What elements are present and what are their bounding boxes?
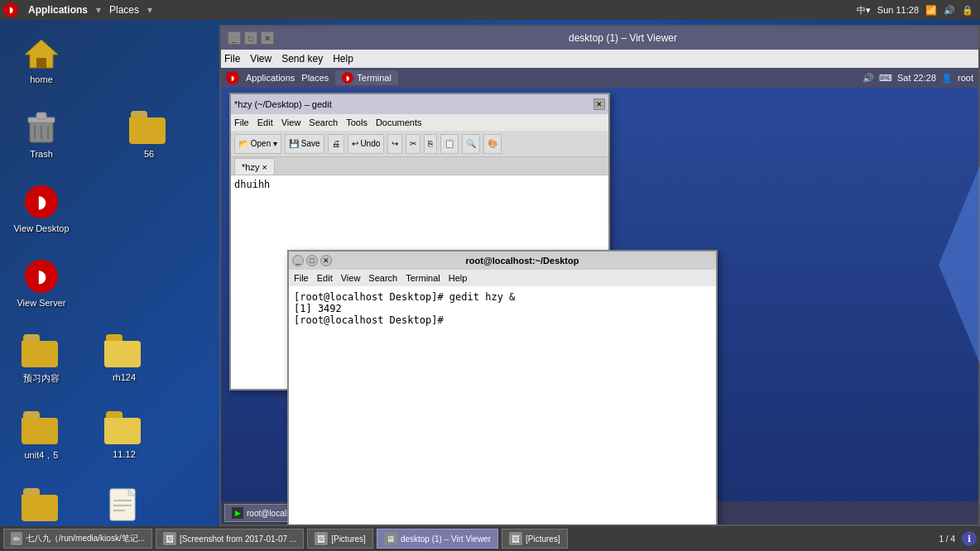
screenshot-task-icon: 🖼 bbox=[163, 532, 176, 545]
vm-applications-menu[interactable]: Applications bbox=[246, 73, 295, 83]
terminal-window: _ □ ✕ root@localhost:~/Desktop File Edit… bbox=[287, 250, 718, 525]
terminal-text-content[interactable]: [root@localhost Desktop]# gedit hzy & [1… bbox=[289, 286, 716, 525]
vm-desktop: ◗ Applications Places ◗ Terminal 🔊 ⌨ Sat… bbox=[221, 68, 978, 525]
terminal-minimize-btn[interactable]: _ bbox=[292, 255, 304, 266]
svg-rect-4 bbox=[36, 113, 46, 119]
info-icon[interactable]: ℹ bbox=[962, 531, 977, 546]
terminal-menubar: File Edit View Search Terminal Help bbox=[289, 270, 716, 286]
gedit-open-btn[interactable]: 📂 Open ▾ bbox=[234, 134, 281, 154]
bottom-task-notes[interactable]: ✏ 七八九（/run/media/kiosk/笔记... bbox=[3, 529, 152, 549]
gedit-title-text: *hzy (~/Desktop) – gedit bbox=[234, 99, 332, 109]
desktop-icon-yxnr[interactable]: 预习内容 bbox=[8, 331, 74, 385]
virt-maximize-btn[interactable]: □ bbox=[244, 31, 257, 45]
bottom-bar-right: 1 / 4 ℹ bbox=[939, 531, 977, 546]
gedit-menu-file[interactable]: File bbox=[234, 117, 249, 127]
terminal-menu-edit[interactable]: Edit bbox=[317, 273, 333, 283]
gedit-content-text: dhuihh bbox=[234, 179, 270, 190]
56-icon-label: 56 bbox=[144, 149, 154, 159]
vm-places-menu[interactable]: Places bbox=[301, 73, 329, 83]
gedit-title-btns: ✕ bbox=[593, 98, 605, 110]
virt-close-btn[interactable]: ✕ bbox=[261, 31, 274, 45]
terminal-menu-view[interactable]: View bbox=[341, 273, 361, 283]
virt-menu-view[interactable]: View bbox=[250, 53, 271, 65]
gedit-tabs-bar: *hzy × bbox=[231, 157, 608, 175]
gedit-menu-view[interactable]: View bbox=[281, 117, 301, 127]
desktop-icon-unit45[interactable]: unit4，5 bbox=[8, 408, 74, 462]
gedit-search-btn[interactable]: 🔍 bbox=[462, 134, 480, 154]
gedit-tab-hzy[interactable]: *hzy × bbox=[234, 158, 275, 175]
vm-keyboard-icon: ⌨ bbox=[879, 73, 892, 84]
unit45-label: unit4，5 bbox=[25, 449, 59, 462]
gedit-menu-edit[interactable]: Edit bbox=[257, 117, 273, 127]
page-indicator: 1 / 4 bbox=[939, 534, 955, 544]
pictures1-task-label: [Pictures] bbox=[331, 534, 366, 544]
applications-menu[interactable]: Applications bbox=[23, 4, 93, 16]
notes-task-icon: ✏ bbox=[11, 532, 22, 545]
virt-title-btns-left: _ □ ✕ bbox=[228, 31, 274, 45]
vm-terminal-tab[interactable]: ◗ Terminal bbox=[335, 70, 398, 85]
places-menu[interactable]: Places bbox=[104, 4, 144, 16]
gedit-paste-btn[interactable]: 📋 bbox=[440, 134, 459, 154]
gedit-menu-tools[interactable]: Tools bbox=[346, 117, 368, 127]
virt-task-icon: 🖥 bbox=[384, 532, 397, 545]
gedit-redo-btn[interactable]: ↪ bbox=[387, 134, 402, 154]
virt-minimize-btn[interactable]: _ bbox=[228, 31, 241, 45]
top-bar-right: 中▾ Sun 11:28 📶 🔊 🔒 bbox=[857, 4, 980, 17]
desktop-icon-home[interactable]: home bbox=[8, 33, 74, 84]
vm-datetime: Sat 22:28 bbox=[897, 73, 936, 83]
wifi-icon: 📶 bbox=[925, 5, 937, 16]
view-desktop-label: View Desktop bbox=[13, 223, 69, 233]
rh124-label: rh124 bbox=[113, 372, 136, 382]
terminal-maximize-btn[interactable]: □ bbox=[306, 255, 318, 266]
decorative-triangle bbox=[939, 165, 980, 364]
pictures2-task-label: [Pictures] bbox=[526, 534, 560, 544]
gedit-titlebar: *hzy (~/Desktop) – gedit ✕ bbox=[231, 94, 608, 114]
gedit-palette-btn[interactable]: 🎨 bbox=[483, 134, 502, 154]
gedit-copy-btn[interactable]: ⎘ bbox=[424, 134, 437, 154]
desktop-icons-area: home Trash bbox=[0, 25, 207, 551]
notes-task-label: 七八九（/run/media/kiosk/笔记... bbox=[26, 533, 145, 544]
terminal-menu-file[interactable]: File bbox=[294, 273, 309, 283]
desktop-icon-trash[interactable]: Trash bbox=[8, 108, 74, 159]
vm-topbar: ◗ Applications Places ◗ Terminal 🔊 ⌨ Sat… bbox=[221, 68, 978, 88]
gedit-cut-btn[interactable]: ✂ bbox=[406, 134, 420, 154]
terminal-title-btns-left: _ □ ✕ bbox=[292, 255, 332, 266]
terminal-menu-search[interactable]: Search bbox=[368, 273, 397, 283]
gedit-print-btn[interactable]: 🖨 bbox=[328, 134, 344, 154]
bottom-task-pictures1[interactable]: 🖼 [Pictures] bbox=[307, 529, 373, 549]
top-bar: ◗ Applications ▾ Places ▾ 中▾ Sun 11:28 📶… bbox=[0, 0, 980, 20]
terminal-menu-help[interactable]: Help bbox=[449, 273, 468, 283]
terminal-menu-terminal[interactable]: Terminal bbox=[406, 273, 440, 283]
view-server-label: View Server bbox=[17, 298, 65, 308]
virt-menu-sendkey[interactable]: Send key bbox=[281, 53, 323, 65]
desktop-icon-1112[interactable]: 11.12 bbox=[91, 408, 157, 462]
virt-menu-file[interactable]: File bbox=[224, 53, 240, 65]
input-method[interactable]: 中▾ bbox=[857, 4, 871, 17]
bottom-task-virt[interactable]: 🖥 desktop (1) – Virt Viewer bbox=[377, 529, 498, 549]
vm-topbar-right: 🔊 ⌨ Sat 22:28 👤 root bbox=[862, 73, 973, 84]
vm-volume-icon[interactable]: 🔊 bbox=[862, 73, 874, 84]
desktop-icon-view-server[interactable]: ◗ View Server bbox=[8, 256, 74, 308]
gedit-menu-search[interactable]: Search bbox=[309, 117, 338, 127]
terminal-output: [root@localhost Desktop]# gedit hzy & [1… bbox=[294, 291, 711, 326]
lock-icon[interactable]: 🔒 bbox=[962, 5, 973, 16]
1112-label: 11.12 bbox=[113, 449, 136, 459]
virt-menu-help[interactable]: Help bbox=[333, 53, 353, 65]
desktop-icon-56[interactable]: 56 bbox=[116, 108, 182, 159]
terminal-close-btn[interactable]: ✕ bbox=[320, 255, 332, 266]
virt-viewer-titlebar: _ □ ✕ desktop (1) – Virt Viewer bbox=[221, 26, 978, 50]
volume-icon[interactable]: 🔊 bbox=[944, 5, 955, 16]
terminal-title-text: root@localhost:~/Desktop bbox=[332, 256, 713, 266]
yxnr-label: 预习内容 bbox=[23, 372, 60, 385]
gedit-menu-documents[interactable]: Documents bbox=[376, 117, 422, 127]
desktop-icon-view-desktop[interactable]: ◗ View Desktop bbox=[8, 182, 74, 233]
svg-rect-1 bbox=[36, 58, 46, 68]
datetime: Sun 11:28 bbox=[877, 5, 919, 15]
gedit-undo-btn[interactable]: ↩ Undo bbox=[348, 134, 385, 154]
desktop-icon-rh124[interactable]: rh124 bbox=[91, 331, 157, 385]
bottom-task-screenshot[interactable]: 🖼 [Screenshot from 2017-01-07 ... bbox=[156, 529, 304, 549]
gedit-close-btn[interactable]: ✕ bbox=[593, 98, 605, 110]
gedit-save-btn[interactable]: 💾 Save bbox=[285, 134, 324, 154]
bottom-task-pictures2[interactable]: 🖼 [Pictures] bbox=[502, 529, 568, 549]
pictures2-task-icon: 🖼 bbox=[509, 532, 522, 545]
